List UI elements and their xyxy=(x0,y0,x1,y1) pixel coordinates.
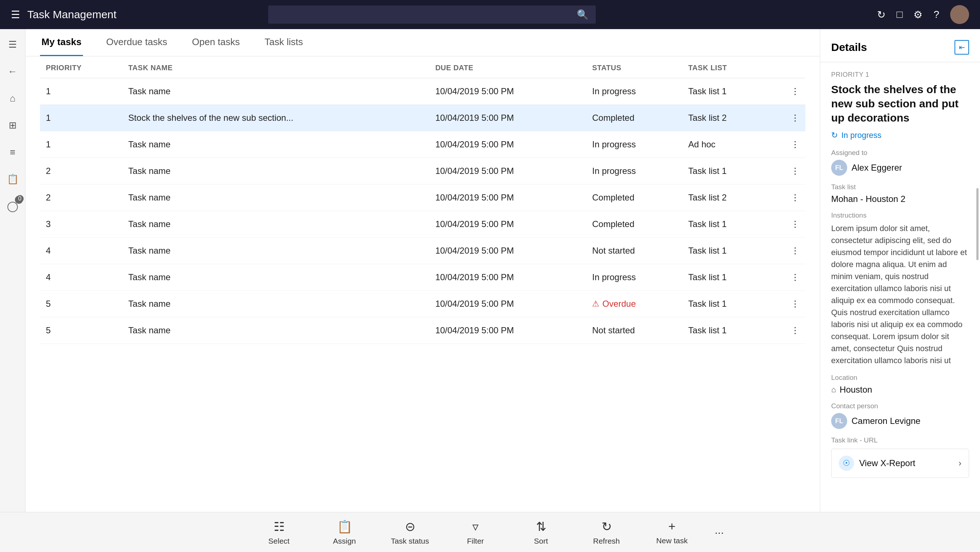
table-row[interactable]: 4Task name10/04/2019 5:00 PMIn progressT… xyxy=(40,264,805,291)
refresh-action[interactable]: ↻ Refresh xyxy=(574,515,640,549)
filter-action[interactable]: ▿ Filter xyxy=(443,515,508,549)
location-value: Houston xyxy=(840,385,872,395)
refresh-icon[interactable]: ↻ xyxy=(877,9,885,21)
cell-task-list: Task list 1 xyxy=(682,238,770,264)
cell-due-date: 10/04/2019 5:00 PM xyxy=(430,131,586,158)
assigned-to-label: Assigned to xyxy=(831,149,969,157)
table-row[interactable]: 1Task name10/04/2019 5:00 PMIn progressA… xyxy=(40,131,805,158)
sidebar-item-apps[interactable]: ⊞ xyxy=(5,117,21,133)
row-menu-button[interactable]: ⋮ xyxy=(770,158,805,185)
row-menu-button[interactable]: ⋮ xyxy=(770,105,805,131)
content-area: My tasks Overdue tasks Open tasks Task l… xyxy=(25,29,820,512)
details-collapse-button[interactable]: ⇤ xyxy=(955,40,969,54)
cell-due-date: 10/04/2019 5:00 PM xyxy=(430,238,586,264)
cell-task-name: Task name xyxy=(123,317,430,344)
tab-my-tasks[interactable]: My tasks xyxy=(40,29,83,56)
assign-label: Assign xyxy=(333,537,356,546)
tab-bar: My tasks Overdue tasks Open tasks Task l… xyxy=(25,29,820,56)
left-sidebar: ☰ ← ⌂ ⊞ ≡ 📋 ◯ 0 xyxy=(0,29,25,512)
cell-priority: 2 xyxy=(40,185,123,211)
cell-task-name: Task name xyxy=(123,158,430,185)
cell-task-name: Task name xyxy=(123,131,430,158)
cell-priority: 3 xyxy=(40,211,123,238)
col-task-name: TASK NAME xyxy=(123,56,430,78)
cell-due-date: 10/04/2019 5:00 PM xyxy=(430,185,586,211)
sidebar-item-hamburger[interactable]: ☰ xyxy=(5,37,21,52)
details-title: Details xyxy=(831,41,867,54)
chat-icon[interactable]: □ xyxy=(896,9,902,21)
cell-status: Completed xyxy=(586,185,682,211)
refresh-icon: ↻ xyxy=(601,519,612,534)
row-menu-button[interactable]: ⋮ xyxy=(770,78,805,105)
task-status-action[interactable]: ⊝ Task status xyxy=(377,515,443,549)
hamburger-icon[interactable]: ☰ xyxy=(11,9,20,21)
tab-open-tasks[interactable]: Open tasks xyxy=(190,29,241,56)
table-row[interactable]: 2Task name10/04/2019 5:00 PMCompletedTas… xyxy=(40,185,805,211)
table-row[interactable]: 4Task name10/04/2019 5:00 PMNot startedT… xyxy=(40,238,805,264)
contact-name: Cameron Levigne xyxy=(851,416,920,426)
tab-overdue-tasks[interactable]: Overdue tasks xyxy=(105,29,169,56)
avatar[interactable] xyxy=(950,5,969,24)
row-menu-button[interactable]: ⋮ xyxy=(770,211,805,238)
search-input[interactable] xyxy=(275,10,577,20)
row-menu-button[interactable]: ⋮ xyxy=(770,238,805,264)
table-row[interactable]: 5Task name10/04/2019 5:00 PMNot startedT… xyxy=(40,317,805,344)
table-row[interactable]: 2Task name10/04/2019 5:00 PMIn progressT… xyxy=(40,158,805,185)
details-panel: Details ⇤ PRIORITY 1 Stock the shelves o… xyxy=(820,29,980,512)
settings-icon[interactable]: ⚙ xyxy=(913,9,923,21)
top-nav: ☰ Task Management 🔍 ↻ □ ⚙ ? xyxy=(0,0,980,29)
new-task-action[interactable]: + New task xyxy=(640,515,705,549)
cell-priority: 2 xyxy=(40,158,123,185)
cell-status: Completed xyxy=(586,105,682,131)
assign-icon: 📋 xyxy=(337,519,352,534)
filter-label: Filter xyxy=(467,537,484,546)
cell-task-list: Task list 1 xyxy=(682,78,770,105)
instructions-text: Lorem ipsum dolor sit amet, consectetur … xyxy=(831,222,969,366)
task-status-label: Task status xyxy=(391,537,429,546)
cell-task-list: Task list 1 xyxy=(682,211,770,238)
scrollbar[interactable] xyxy=(976,188,978,260)
row-menu-button[interactable]: ⋮ xyxy=(770,264,805,291)
sidebar-item-home[interactable]: ⌂ xyxy=(5,90,21,106)
select-action[interactable]: ☷ Select xyxy=(247,515,312,549)
row-menu-button[interactable]: ⋮ xyxy=(770,185,805,211)
table-row[interactable]: 1Stock the shelves of the new sub sectio… xyxy=(40,105,805,131)
cell-due-date: 10/04/2019 5:00 PM xyxy=(430,317,586,344)
view-report-button[interactable]: ☉ View X-Report › xyxy=(831,449,969,478)
task-list-label: Task list xyxy=(831,183,969,191)
cell-status: ⚠Overdue xyxy=(586,291,682,317)
table-row[interactable]: 3Task name10/04/2019 5:00 PMCompletedTas… xyxy=(40,211,805,238)
table-row[interactable]: 5Task name10/04/2019 5:00 PM⚠OverdueTask… xyxy=(40,291,805,317)
row-menu-button[interactable]: ⋮ xyxy=(770,291,805,317)
cell-priority: 5 xyxy=(40,317,123,344)
tab-task-lists[interactable]: Task lists xyxy=(263,29,304,56)
sort-action[interactable]: ⇅ Sort xyxy=(508,515,574,549)
select-label: Select xyxy=(268,537,289,546)
cell-task-name: Task name xyxy=(123,291,430,317)
detail-task-name: Stock the shelves of the new sub section… xyxy=(831,82,969,125)
new-task-label: New task xyxy=(656,536,687,545)
cell-task-list: Task list 1 xyxy=(682,264,770,291)
details-header: Details ⇤ xyxy=(820,29,980,62)
help-icon[interactable]: ? xyxy=(934,9,939,21)
row-menu-button[interactable]: ⋮ xyxy=(770,317,805,344)
detail-status-text: In progress xyxy=(842,130,881,140)
cell-due-date: 10/04/2019 5:00 PM xyxy=(430,211,586,238)
sidebar-item-list[interactable]: ≡ xyxy=(5,144,21,160)
assigned-to-row: FL Alex Eggerer xyxy=(831,160,969,176)
col-actions xyxy=(770,56,805,78)
refresh-label: Refresh xyxy=(593,537,620,546)
sidebar-item-tasks[interactable]: 📋 xyxy=(5,171,21,187)
row-menu-button[interactable]: ⋮ xyxy=(770,131,805,158)
more-button[interactable]: ··· xyxy=(705,523,734,542)
assign-action[interactable]: 📋 Assign xyxy=(312,515,377,549)
search-bar[interactable]: 🔍 xyxy=(268,5,596,24)
sidebar-item-back[interactable]: ← xyxy=(5,63,21,80)
task-table: PRIORITY TASK NAME DUE DATE STATUS TASK … xyxy=(40,56,805,344)
contact-avatar: FL xyxy=(831,413,847,429)
assignee-name: Alex Eggerer xyxy=(851,163,902,173)
new-task-icon: + xyxy=(668,519,676,533)
table-row[interactable]: 1Task name10/04/2019 5:00 PMIn progressT… xyxy=(40,78,805,105)
cell-due-date: 10/04/2019 5:00 PM xyxy=(430,105,586,131)
sidebar-item-badge[interactable]: ◯ 0 xyxy=(5,198,21,214)
